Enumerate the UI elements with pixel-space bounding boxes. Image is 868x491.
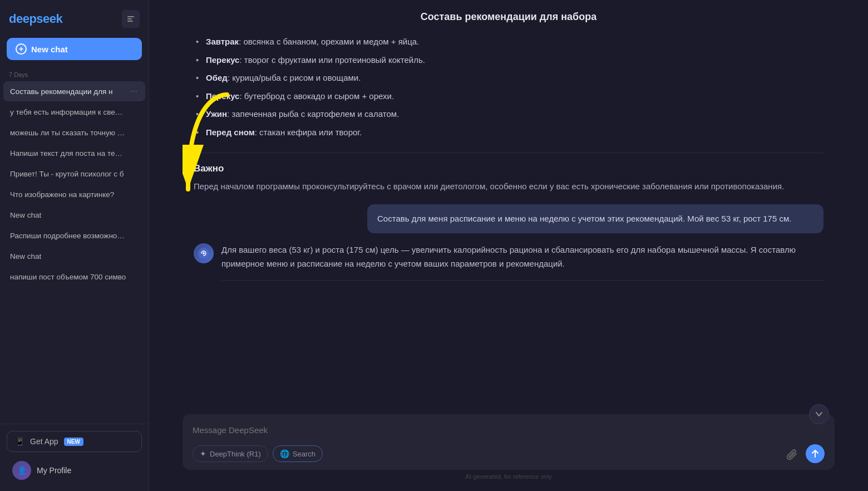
bullet-label: Перекус <box>206 91 239 101</box>
chat-item[interactable]: Напиши текст для поста на тему " ··· <box>3 143 145 163</box>
list-item: Обед: курица/рыба с рисом и овощами. <box>194 69 823 87</box>
chat-item[interactable]: напиши пост объемом 700 симво ··· <box>3 267 145 287</box>
search-button[interactable]: 🌐 Search <box>273 445 323 462</box>
input-area: ✦ DeepThink (R1) 🌐 Search <box>149 406 868 491</box>
list-item: Ужин: запеченная рыба с картофелем и сал… <box>194 105 823 124</box>
phone-icon: 📱 <box>15 437 24 446</box>
bullet-label: Перед сном <box>206 127 255 137</box>
chat-item[interactable]: Привет! Ты - крутой психолог с б ··· <box>3 164 145 184</box>
chat-item[interactable]: Что изображено на картинке? ··· <box>3 184 145 204</box>
svg-point-5 <box>203 252 205 254</box>
chat-item[interactable]: у тебя есть информация к свежим ··· <box>3 102 145 122</box>
chat-item-text: Привет! Ты - крутой психолог с б <box>10 170 127 178</box>
chat-messages: Составь рекомендации для набора Завтрак:… <box>149 0 868 406</box>
chevron-down-icon <box>815 410 823 418</box>
input-toolbar: ✦ DeepThink (R1) 🌐 Search <box>193 444 825 463</box>
app-logo: deepseek <box>9 12 62 26</box>
ai-response-text: Для вашего веса (53 кг) и роста (175 см)… <box>221 243 823 281</box>
bullet-label: Обед <box>206 73 228 82</box>
chat-item-text: напиши пост объемом 700 симво <box>10 273 127 281</box>
main-content: Составь рекомендации для набора Завтрак:… <box>149 0 868 491</box>
chat-item-text: у тебя есть информация к свежим <box>10 108 127 116</box>
chat-item-text: Напиши текст для поста на тему " <box>10 149 127 158</box>
sidebar-header: deepseek <box>0 0 149 33</box>
send-button[interactable] <box>806 444 825 463</box>
plus-icon: + <box>16 43 27 55</box>
content-divider <box>194 153 823 153</box>
avatar: 👤 <box>12 461 31 480</box>
recommendation-list: Завтрак: овсянка с бананом, орехами и ме… <box>194 33 823 141</box>
chat-item[interactable]: New chat ··· <box>3 246 145 266</box>
new-chat-button[interactable]: + New chat <box>7 38 142 60</box>
deep-think-button[interactable]: ✦ DeepThink (R1) <box>193 445 268 462</box>
chat-section-title: Составь рекомендации для набора <box>194 11 823 23</box>
ai-avatar <box>194 243 214 263</box>
chat-item-text: можешь ли ты сказать точную сег <box>10 129 127 137</box>
collapse-icon <box>126 14 135 23</box>
list-item: Завтрак: овсянка с бананом, орехами и ме… <box>194 33 823 51</box>
chat-item[interactable]: New chat ··· <box>3 205 145 225</box>
chat-item-text: New chat <box>10 211 127 219</box>
my-profile[interactable]: 👤 My Profile <box>7 456 142 484</box>
search-label: Search <box>293 450 315 458</box>
deepthink-icon: ✦ <box>200 449 206 458</box>
chat-item-text: Составь рекомендации для н <box>10 87 127 96</box>
sidebar-collapse-button[interactable] <box>122 10 140 28</box>
section-label: 7 Days <box>0 69 149 81</box>
get-app-badge: NEW <box>64 438 83 446</box>
chat-item[interactable]: Распиши подробнее возможности ··· <box>3 225 145 246</box>
input-tools-left: ✦ DeepThink (R1) 🌐 Search <box>193 445 323 462</box>
bullet-label: Завтрак <box>206 37 239 46</box>
ai-message: Для вашего веса (53 кг) и роста (175 см)… <box>194 243 823 281</box>
ai-note: AI-generated, for reference only <box>183 473 835 480</box>
deep-think-label: DeepThink (R1) <box>210 450 261 458</box>
chat-item[interactable]: можешь ли ты сказать точную сег ··· <box>3 122 145 143</box>
globe-icon: 🌐 <box>280 449 289 458</box>
input-box: ✦ DeepThink (R1) 🌐 Search <box>183 414 835 470</box>
chat-item-text: Распиши подробнее возможности <box>10 232 127 240</box>
bullet-label: Ужин <box>206 109 227 119</box>
chat-item-text: Что изображено на картинке? <box>10 190 127 199</box>
list-item: Перекус: творог с фруктами или протеинов… <box>194 51 823 70</box>
important-title: Важно <box>194 163 823 174</box>
message-input[interactable] <box>193 422 825 438</box>
sidebar-bottom: 📱 Get App NEW 👤 My Profile <box>0 424 149 491</box>
chat-item-menu-icon[interactable]: ··· <box>129 86 139 96</box>
user-message: Составь для меня расписание и меню на не… <box>367 204 823 233</box>
scroll-down-button[interactable] <box>809 404 829 424</box>
important-section: Важно Перед началом программы проконсуль… <box>194 163 823 193</box>
get-app-button[interactable]: 📱 Get App NEW <box>7 431 142 452</box>
list-item: Перекус: бутерброд с авокадо и сыром + о… <box>194 87 823 106</box>
attach-button[interactable] <box>782 444 801 463</box>
get-app-label: Get App <box>30 437 58 446</box>
input-tools-right <box>782 444 825 463</box>
list-item: Перед сном: стакан кефира или творог. <box>194 124 823 142</box>
svg-rect-1 <box>127 18 132 19</box>
chat-item-text: New chat <box>10 252 127 261</box>
paperclip-icon <box>786 448 798 460</box>
bullet-label: Перекус <box>206 55 239 65</box>
send-icon <box>811 449 820 458</box>
important-text: Перед началом программы проконсультируйт… <box>194 180 823 193</box>
chat-list: Составь рекомендации для н ··· у тебя ес… <box>0 81 149 424</box>
svg-rect-2 <box>127 21 133 22</box>
sidebar: deepseek + New chat 7 Days Составь реком… <box>0 0 149 491</box>
chat-item[interactable]: Составь рекомендации для н ··· <box>3 81 145 101</box>
new-chat-label: New chat <box>31 45 68 54</box>
svg-rect-0 <box>127 16 134 17</box>
profile-name-label: My Profile <box>37 466 71 475</box>
